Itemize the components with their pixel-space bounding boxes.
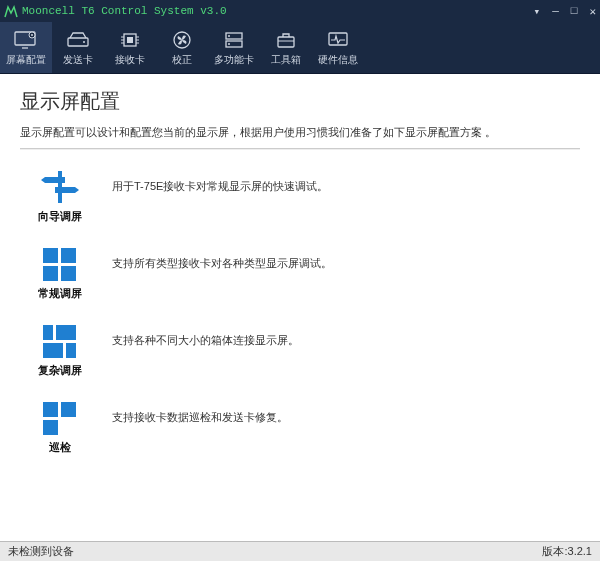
app-logo-icon — [4, 4, 18, 18]
tab-label: 屏幕配置 — [6, 53, 46, 67]
divider — [20, 148, 580, 149]
page-description: 显示屏配置可以设计和配置您当前的显示屏，根据用户使用习惯我们准备了如下显示屏配置… — [20, 125, 580, 140]
monitor-gear-icon — [14, 29, 38, 51]
tab-label: 校正 — [172, 53, 192, 67]
option-label: 常规调屏 — [38, 286, 82, 301]
svg-point-17 — [228, 35, 230, 37]
svg-rect-33 — [43, 402, 58, 417]
svg-rect-7 — [127, 37, 133, 43]
svg-rect-19 — [278, 37, 294, 47]
svg-marker-23 — [41, 177, 65, 183]
window-title: Mooncell T6 Control System v3.0 — [22, 5, 534, 17]
tab-receive-card[interactable]: 接收卡 — [104, 22, 156, 73]
fan-icon — [171, 29, 193, 51]
monitor-pulse-icon — [327, 29, 349, 51]
svg-rect-32 — [66, 343, 76, 358]
option-label: 向导调屏 — [38, 209, 82, 224]
content-area: 显示屏配置 显示屏配置可以设计和配置您当前的显示屏，根据用户使用习惯我们准备了如… — [0, 74, 600, 541]
server-icon — [223, 29, 245, 51]
option-desc: 支持接收卡数据巡检和发送卡修复。 — [112, 400, 288, 425]
tab-label: 接收卡 — [115, 53, 145, 67]
grid-icon — [39, 246, 81, 282]
tab-label: 工具箱 — [271, 53, 301, 67]
option-desc: 支持所有类型接收卡对各种类型显示屏调试。 — [112, 246, 332, 271]
svg-rect-27 — [43, 266, 58, 281]
svg-rect-30 — [56, 325, 76, 340]
option-complex[interactable]: 复杂调屏 支持各种不同大小的箱体连接显示屏。 — [36, 323, 580, 378]
tab-screen-config[interactable]: 屏幕配置 — [0, 22, 52, 73]
statusbar: 未检测到设备 版本:3.2.1 — [0, 541, 600, 561]
toolbox-icon — [275, 29, 297, 51]
tab-multifunction[interactable]: 多功能卡 — [208, 22, 260, 73]
option-desc: 用于T-75E接收卡对常规显示屏的快速调试。 — [112, 169, 328, 194]
svg-point-18 — [228, 43, 230, 45]
option-inspect[interactable]: 巡检 支持接收卡数据巡检和发送卡修复。 — [36, 400, 580, 455]
status-version: 版本:3.2.1 — [542, 544, 592, 559]
tab-label: 硬件信息 — [318, 53, 358, 67]
svg-point-5 — [83, 41, 85, 43]
svg-rect-26 — [61, 248, 76, 263]
svg-rect-25 — [43, 248, 58, 263]
svg-rect-31 — [43, 343, 63, 358]
signpost-icon — [39, 169, 81, 205]
option-wizard[interactable]: 向导调屏 用于T-75E接收卡对常规显示屏的快速调试。 — [36, 169, 580, 224]
svg-rect-28 — [61, 266, 76, 281]
titlebar: Mooncell T6 Control System v3.0 ▾ — □ ✕ — [0, 0, 600, 22]
status-left: 未检测到设备 — [8, 544, 542, 559]
tab-toolbox[interactable]: 工具箱 — [260, 22, 312, 73]
option-label: 复杂调屏 — [38, 363, 82, 378]
mixed-grid-icon — [39, 323, 81, 359]
drive-icon — [66, 29, 90, 51]
option-normal[interactable]: 常规调屏 支持所有类型接收卡对各种类型显示屏调试。 — [36, 246, 580, 301]
minimize-button[interactable]: — — [552, 5, 559, 18]
svg-point-14 — [174, 32, 190, 48]
option-desc: 支持各种不同大小的箱体连接显示屏。 — [112, 323, 299, 348]
svg-point-3 — [31, 34, 33, 36]
svg-rect-35 — [43, 420, 58, 435]
partial-grid-icon — [39, 400, 81, 436]
tab-send-card[interactable]: 发送卡 — [52, 22, 104, 73]
tab-hardware-info[interactable]: 硬件信息 — [312, 22, 364, 73]
option-label: 巡检 — [49, 440, 71, 455]
tab-label: 多功能卡 — [214, 53, 254, 67]
tab-calibration[interactable]: 校正 — [156, 22, 208, 73]
svg-marker-24 — [55, 187, 79, 193]
tab-label: 发送卡 — [63, 53, 93, 67]
dropdown-icon[interactable]: ▾ — [534, 5, 541, 18]
close-button[interactable]: ✕ — [589, 5, 596, 18]
svg-rect-29 — [43, 325, 53, 340]
page-title: 显示屏配置 — [20, 88, 580, 115]
svg-rect-34 — [61, 402, 76, 417]
chip-icon — [119, 29, 141, 51]
maximize-button[interactable]: □ — [571, 5, 578, 18]
main-toolbar: 屏幕配置 发送卡 接收卡 校正 多功能卡 工具箱 硬件信息 — [0, 22, 600, 74]
